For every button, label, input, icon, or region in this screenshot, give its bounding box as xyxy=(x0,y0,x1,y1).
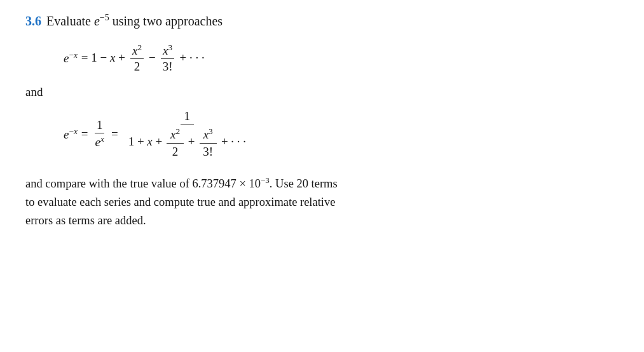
formula1-block: e−x = 1 − x + x2 2 − x3 3! + · · · xyxy=(64,43,619,74)
formula2-frac-ex-num: 1 xyxy=(95,118,105,133)
formula1-minus: − xyxy=(149,51,156,65)
formula2-eq2: = xyxy=(111,127,118,141)
description-text: and compare with the true value of 6.737… xyxy=(25,174,547,229)
header-superscript: −5 xyxy=(100,13,109,22)
formula2-inner-frac2: x3 3! xyxy=(199,126,217,159)
formula1-frac2-den: 3! xyxy=(161,59,175,74)
formula2-big-num: 1 xyxy=(181,109,195,125)
formula1-frac2-num: x3 xyxy=(161,43,174,59)
formula2-big-den: 1 + x + x2 2 + x3 3! + · · · xyxy=(125,125,250,159)
formula1-frac1: x2 2 xyxy=(130,43,144,74)
problem-title: Evaluate e−5 using two approaches xyxy=(46,13,223,29)
formula2-inner-frac1-den: 2 xyxy=(168,144,182,159)
formula1-frac1-num: x2 xyxy=(130,43,144,59)
formula1-equals: = 1 − x + xyxy=(81,51,125,65)
formula2-block: e−x = 1 ex = 1 1 + x + x2 2 + x3 xyxy=(64,109,619,159)
formula2-inner-frac1-num: x2 xyxy=(167,126,184,144)
formula2-line: e−x = 1 ex = 1 1 + x + x2 2 + x3 xyxy=(64,109,619,159)
formula2-frac-ex: 1 ex xyxy=(93,118,106,149)
formula2-inner-frac2-den: 3! xyxy=(199,144,217,159)
formula1-lhs: e−x xyxy=(64,50,78,65)
formula2-eq1: = xyxy=(81,127,88,141)
formula2-big-frac: 1 1 + x + x2 2 + x3 3! + · · · xyxy=(125,109,250,159)
problem-header: 3.6 Evaluate e−5 using two approaches xyxy=(25,13,619,29)
formula1-line: e−x = 1 − x + x2 2 − x3 3! + · · · xyxy=(64,43,619,74)
formula2-inner-frac1: x2 2 xyxy=(167,126,184,159)
formula2-frac-ex-den: ex xyxy=(93,133,106,149)
problem-number: 3.6 xyxy=(25,14,41,29)
and-text: and xyxy=(25,85,619,99)
formula1-dots: + · · · xyxy=(180,51,205,65)
page-container: 3.6 Evaluate e−5 using two approaches e−… xyxy=(0,0,644,242)
description-block: and compare with the true value of 6.737… xyxy=(25,174,547,229)
formula1-frac1-den: 2 xyxy=(132,59,142,74)
formula2-lhs: e−x xyxy=(64,126,78,142)
formula2-inner-frac2-num: x3 xyxy=(200,126,217,144)
formula1-frac2: x3 3! xyxy=(161,43,175,74)
desc-superscript: −3 xyxy=(261,175,270,185)
